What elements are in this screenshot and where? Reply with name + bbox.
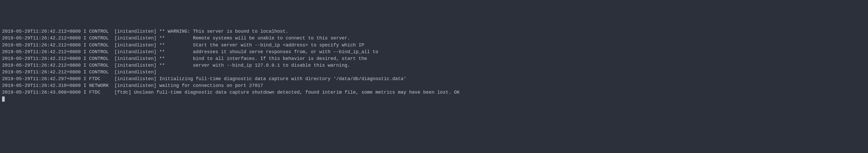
log-line: 2019-05-29T11:26:42.297+0800 I FTDC [ini…	[2, 75, 866, 82]
terminal-cursor	[2, 97, 5, 102]
terminal-output: 2019-05-29T11:26:42.212+0800 I CONTROL […	[2, 28, 866, 103]
log-line: 2019-05-29T11:26:42.212+0800 I CONTROL […	[2, 48, 866, 55]
log-line: 2019-05-29T11:26:42.212+0800 I CONTROL […	[2, 35, 866, 41]
log-line: 2019-05-29T11:26:42.212+0800 I CONTROL […	[2, 62, 866, 69]
log-line: 2019-05-29T11:26:43.008+0800 I FTDC [ftd…	[2, 89, 866, 96]
log-line: 2019-05-29T11:26:42.212+0800 I CONTROL […	[2, 42, 866, 48]
log-line: 2019-05-29T11:26:42.212+0800 I CONTROL […	[2, 55, 866, 62]
cursor-line	[2, 96, 866, 103]
log-line: 2019-05-29T11:26:42.212+0800 I CONTROL […	[2, 28, 866, 35]
log-line: 2019-05-29T11:26:42.310+0800 I NETWORK […	[2, 82, 866, 89]
log-line: 2019-05-29T11:26:42.212+0800 I CONTROL […	[2, 69, 866, 75]
